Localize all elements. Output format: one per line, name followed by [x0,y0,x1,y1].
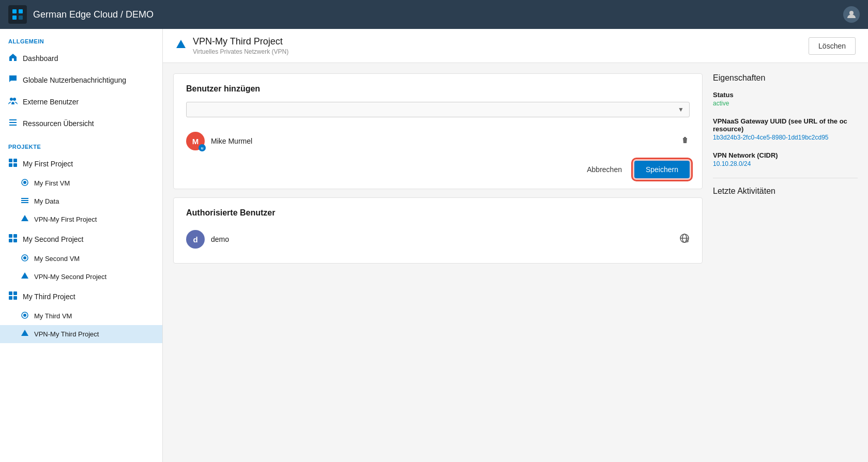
demo-name: demo [211,235,673,243]
user-row-demo: d demo [186,226,690,253]
sidebar-item-ressourcen-label: Ressourcen Übersicht [23,119,94,128]
abbrechen-button[interactable]: Abbrechen [581,161,628,178]
topnav-title: German Edge Cloud / DEMO [33,9,154,20]
prop-divider [713,178,858,178]
content-area: Benutzer hinzügen ▼ M u Mike Murmel [163,63,868,462]
svg-rect-2 [12,16,17,20]
svg-rect-21 [13,234,17,238]
sidebar-project-my-second-project[interactable]: My Second Project [0,228,162,250]
sidebar-sub-my-third-vm[interactable]: My Third VM [0,307,162,325]
sidebar-sub-vpn-my-second-project[interactable]: VPN-My Second Project [0,268,162,286]
sidebar-section-projekte: PROJEKTE [0,134,162,153]
loeschen-button[interactable]: Löschen [809,37,856,55]
authorisierte-benutzer-card: Authorisierte Benutzer d demo [173,197,703,264]
sidebar-sub-my-first-vm[interactable]: My First VM [0,174,162,192]
svg-rect-13 [13,163,17,167]
network-section: VPN Network (CIDR) 10.10.28.0/24 [713,151,858,167]
sidebar-item-dashboard-label: Dashboard [23,54,58,63]
speichern-button[interactable]: Speichern [634,161,690,178]
logo-icon [8,5,27,24]
chevron-down-icon: ▼ [678,106,684,113]
mike-avatar: M u [186,132,205,150]
svg-rect-11 [13,159,17,162]
vpn-icon-2 [21,272,29,282]
vpn-icon-3 [21,329,29,339]
svg-rect-29 [9,296,12,300]
globe-settings-icon[interactable] [679,233,690,245]
sidebar-item-globale-nutzer-label: Globale Nutzerbenachrichtigung [23,76,126,84]
demo-avatar-letter: d [193,235,197,244]
sidebar-sub-vpn-my-third-project-label: VPN-My Third Project [34,330,99,338]
sidebar-project-my-third-project[interactable]: My Third Project [0,286,162,307]
svg-rect-23 [13,239,17,242]
home-icon [8,53,18,64]
sidebar-project-my-first-project[interactable]: My First Project [0,153,162,174]
svg-marker-33 [21,330,28,336]
svg-rect-16 [21,198,28,199]
delete-user-icon[interactable] [680,135,690,147]
main-content: VPN-My Third Project Virtuelles Privates… [163,29,868,462]
svg-rect-10 [9,159,12,162]
vpn-icon-1 [21,214,29,224]
benutzer-hinzufuegen-title: Benutzer hinzügen [186,84,690,94]
svg-rect-17 [21,200,28,201]
users-icon [8,96,18,107]
user-avatar[interactable] [843,6,860,23]
svg-marker-34 [176,40,186,48]
svg-point-5 [10,98,13,101]
svg-rect-7 [9,119,17,120]
svg-point-25 [23,256,26,259]
svg-rect-0 [12,9,17,13]
eigenschaften-title: Eigenschaften [713,73,858,83]
svg-rect-22 [9,239,12,242]
sidebar-project-my-third-project-label: My Third Project [23,292,75,301]
topnav-left: German Edge Cloud / DEMO [8,5,154,24]
status-section: Status active [713,91,858,107]
user-add-dropdown[interactable]: ▼ [186,102,690,117]
svg-rect-3 [19,16,23,20]
sidebar-section-allgemein: ALLGEMEIN [0,29,162,48]
svg-rect-30 [13,296,17,300]
grid-icon-1 [8,158,18,169]
page-header-left: VPN-My Third Project Virtuelles Privates… [175,36,288,55]
svg-point-6 [13,98,16,101]
mike-avatar-badge: u [199,144,206,151]
sidebar-sub-vpn-my-third-project[interactable]: VPN-My Third Project [0,325,162,343]
svg-rect-18 [21,202,28,203]
sidebar-project-my-first-project-label: My First Project [23,160,73,168]
vm-icon-3 [21,311,29,321]
user-row-mike: M u Mike Murmel [186,128,690,155]
page-subtitle: Virtuelles Privates Netzwerk (VPN) [193,48,288,55]
sidebar-item-globale-nutzer[interactable]: Globale Nutzerbenachrichtigung [0,69,162,91]
uuid-value: 1b3d24b3-2fc0-4ce5-8980-1dd19bc2cd95 [713,134,858,141]
svg-point-15 [23,181,26,184]
sidebar-project-my-second-project-label: My Second Project [23,235,84,243]
vm-icon-2 [21,254,29,264]
sidebar-item-externe-benutzer[interactable]: Externe Benutzer [0,91,162,113]
svg-point-4 [849,11,854,15]
vm-icon-1 [21,178,29,188]
sidebar-sub-my-data-label: My Data [34,197,59,205]
status-value: active [713,100,858,107]
svg-rect-8 [9,122,17,123]
uuid-section: VPNaaS Gateway UUID (see URL of the oc r… [713,117,858,141]
sidebar-item-dashboard[interactable]: Dashboard [0,48,162,69]
sidebar-item-ressourcen[interactable]: Ressourcen Übersicht [0,113,162,134]
sidebar-sub-vpn-my-first-project[interactable]: VPN-My First Project [0,210,162,228]
sidebar-sub-my-third-vm-label: My Third VM [34,312,72,320]
mike-name: Mike Murmel [211,137,674,145]
grid-icon-3 [8,291,18,302]
svg-rect-12 [9,163,12,167]
uuid-label: VPNaaS Gateway UUID (see URL of the oc r… [713,117,858,133]
status-label: Status [713,91,858,99]
sidebar-sub-my-data[interactable]: My Data [0,192,162,210]
demo-avatar: d [186,230,205,249]
sidebar-sub-my-second-vm[interactable]: My Second VM [0,250,162,268]
page-header: VPN-My Third Project Virtuelles Privates… [163,29,868,63]
network-value: 10.10.28.0/24 [713,160,858,167]
main-panel: Benutzer hinzügen ▼ M u Mike Murmel [173,73,703,452]
page-header-text: VPN-My Third Project Virtuelles Privates… [193,36,288,55]
sidebar-item-externe-benutzer-label: Externe Benutzer [23,98,79,106]
user-add-input[interactable] [192,105,678,114]
sidebar-sub-my-second-vm-label: My Second VM [34,255,80,263]
